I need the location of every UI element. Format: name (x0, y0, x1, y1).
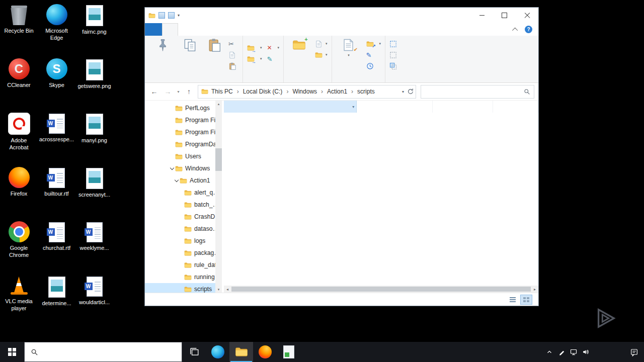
easy-access-button[interactable]: ▾ (312, 49, 330, 60)
select-all-button[interactable] (387, 38, 402, 49)
copy-to-button[interactable]: → ▾ (245, 53, 265, 64)
breadcrumb-segment[interactable]: This PC › (211, 88, 243, 95)
large-icons-view-button[interactable] (520, 295, 532, 305)
scroll-right-icon[interactable]: ▸ (531, 286, 538, 293)
column-header-name[interactable]: ▾ (224, 101, 357, 113)
network-button[interactable] (568, 342, 580, 362)
help-button[interactable]: ? (525, 26, 532, 33)
rename-button[interactable]: ✎ (265, 53, 282, 64)
desktop-icon[interactable]: churchat.rtf (38, 218, 75, 273)
forward-button[interactable]: → (162, 85, 174, 98)
column-header-date-modified[interactable] (357, 101, 433, 113)
volume-button[interactable] (580, 342, 592, 362)
scrollbar-thumb[interactable] (215, 148, 222, 171)
nav-tree-item[interactable]: logs (145, 235, 222, 247)
nav-tree-item[interactable]: Users (145, 150, 222, 162)
pin-to-quick-access-button[interactable] (147, 37, 178, 55)
scroll-up-icon[interactable]: ▴ (215, 101, 222, 107)
address-dropdown-icon[interactable]: ▾ (402, 89, 404, 94)
minimize-button[interactable] (470, 8, 493, 23)
tab-view[interactable] (193, 23, 208, 36)
hidden-icons-button[interactable] (543, 342, 555, 362)
details-view-button[interactable] (507, 295, 519, 305)
close-button[interactable] (516, 8, 538, 23)
nav-tree-item[interactable]: Action1 (145, 174, 222, 187)
expander-icon[interactable] (174, 178, 180, 183)
paste-button[interactable] (202, 37, 226, 55)
history-button[interactable] (364, 60, 384, 71)
maximize-button[interactable] (493, 8, 516, 23)
qat-customize-dropdown-icon[interactable]: ▾ (178, 13, 180, 18)
tab-share[interactable] (178, 23, 193, 36)
nav-tree-item[interactable]: Windows (145, 162, 222, 174)
title-bar[interactable]: ▾ (145, 8, 538, 23)
desktop-icon[interactable]: Skype (38, 55, 75, 110)
desktop-icon[interactable]: VLC media player (0, 273, 38, 327)
nav-tree-item[interactable]: rule_data (145, 259, 222, 271)
desktop-icon[interactable]: Microsoft Edge (38, 1, 75, 55)
action-center-button[interactable] (624, 342, 644, 362)
taskbar-search[interactable] (24, 342, 182, 362)
desktop-icon[interactable]: getswere.png (75, 55, 113, 110)
back-button[interactable]: ← (148, 85, 160, 98)
qat-properties-icon[interactable] (158, 12, 165, 19)
search-box[interactable] (421, 85, 534, 99)
expander-icon[interactable] (169, 166, 175, 170)
desktop-icon[interactable]: Recycle Bin (0, 1, 38, 55)
search-input[interactable] (425, 87, 524, 96)
address-box[interactable]: This PC › Local Disk (C:) › Windows › (198, 85, 416, 99)
column-header-size[interactable] (493, 101, 538, 113)
nav-tree-item[interactable]: scripts (145, 283, 222, 293)
refresh-icon[interactable] (407, 88, 414, 95)
desktop-icon[interactable]: wouldarticl... (75, 273, 113, 327)
desktop-icon[interactable]: Google Chrome (0, 218, 38, 273)
breadcrumb-segment[interactable]: scripts › (357, 88, 385, 95)
nav-tree-item[interactable]: running_b... (145, 271, 222, 283)
nav-tree-item[interactable]: Program Files (145, 114, 222, 126)
nav-tree-item[interactable]: Program Files (145, 126, 222, 138)
edit-button[interactable]: ✎ (364, 49, 384, 60)
copy-path-button[interactable] (226, 49, 241, 60)
nav-tree-item[interactable]: alert_queu... (145, 187, 222, 199)
collapse-ribbon-icon[interactable] (512, 27, 518, 33)
desktop-icon[interactable]: Firefox (0, 164, 38, 218)
cut-button[interactable]: ✂ (226, 38, 241, 49)
desktop-icon[interactable]: acrossrespe... (38, 110, 75, 164)
open-button[interactable]: ↗ ▾ (364, 38, 384, 49)
nav-tree-item[interactable]: CrashDum... (145, 211, 222, 223)
windows-ink-button[interactable] (555, 342, 568, 362)
new-folder-button[interactable]: + (285, 37, 312, 55)
nav-tree-item[interactable]: datasourc... (145, 223, 222, 235)
filter-dropdown-icon[interactable]: ▾ (352, 105, 354, 109)
copy-button[interactable] (178, 37, 202, 55)
taskbar-edge-button[interactable] (206, 342, 229, 362)
scrollbar-thumb[interactable] (231, 287, 531, 292)
task-view-button[interactable] (182, 342, 206, 362)
taskbar-app-button[interactable] (277, 342, 300, 362)
desktop-icon[interactable]: screenanyt... (75, 164, 113, 218)
select-none-button[interactable] (387, 49, 402, 60)
horizontal-scrollbar[interactable]: ◂ ▸ (224, 286, 538, 293)
taskbar-search-input[interactable] (43, 348, 176, 356)
invert-selection-button[interactable] (387, 60, 402, 71)
taskbar-firefox-button[interactable] (253, 342, 277, 362)
column-header-type[interactable] (433, 101, 493, 113)
move-to-button[interactable]: → ▾ (245, 42, 265, 53)
start-button[interactable] (0, 342, 24, 362)
desktop-icon[interactable]: fairnc.png (75, 1, 113, 55)
new-item-button[interactable]: ▾ (312, 38, 330, 49)
desktop-icon[interactable]: weeklyme... (75, 218, 113, 273)
nav-tree-item[interactable]: PerfLogs (145, 102, 222, 114)
desktop-icon[interactable]: determine... (38, 273, 75, 327)
tab-home[interactable] (162, 23, 178, 36)
tab-file[interactable] (145, 23, 162, 36)
up-button[interactable]: ↑ (183, 85, 195, 98)
scroll-down-icon[interactable]: ▾ (215, 286, 222, 293)
paste-shortcut-button[interactable] (226, 60, 241, 71)
delete-button[interactable]: ✕ ▾ (265, 42, 282, 53)
breadcrumb-segment[interactable]: Local Disk (C:) › (243, 88, 293, 95)
desktop-icon[interactable]: builtour.rtf (38, 164, 75, 218)
scroll-left-icon[interactable]: ◂ (224, 286, 231, 293)
nav-tree-item[interactable]: ProgramData (145, 138, 222, 150)
nav-tree-item[interactable]: package_... (145, 247, 222, 259)
